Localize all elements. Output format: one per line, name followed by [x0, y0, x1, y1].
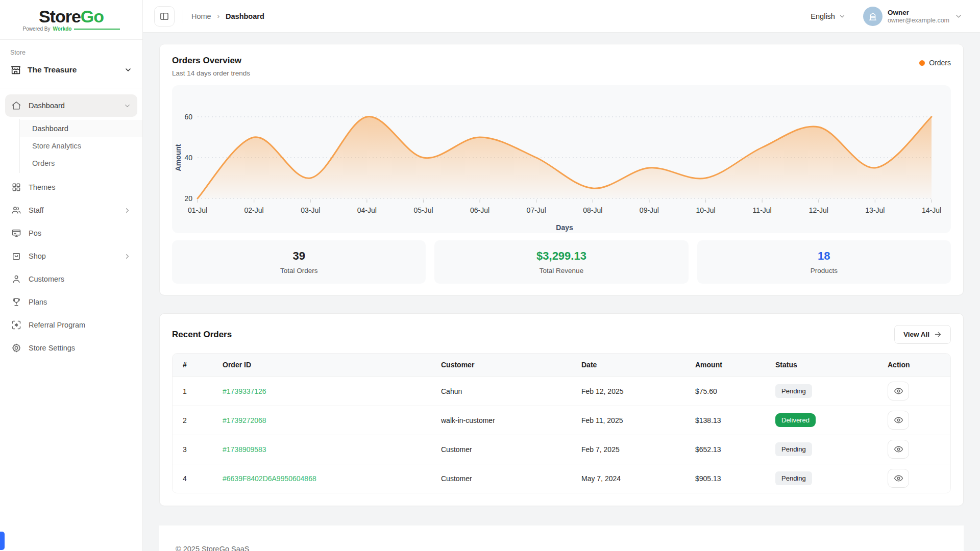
view-order-button[interactable] [888, 440, 909, 459]
stat-total-revenue: $3,299.13Total Revenue [434, 240, 688, 284]
store-selector[interactable]: The Treasure [10, 64, 132, 76]
eye-icon [894, 415, 903, 425]
powered-by-brand: Workdo [53, 26, 71, 32]
table-row: 1#1739337126CahunFeb 12, 2025$75.60Pendi… [173, 377, 950, 406]
copyright-text: © 2025 StoreGo SaaS [176, 545, 250, 551]
recent-orders-title: Recent Orders [172, 330, 232, 340]
brand-name-primary: Store [39, 7, 81, 26]
cell-amount: $905.13 [687, 464, 767, 493]
overview-card-header: Orders Overview Last 14 days order trend… [172, 56, 951, 77]
cell-date: Feb 7, 2025 [573, 435, 687, 464]
stat-total-orders: 39Total Orders [172, 240, 426, 284]
breadcrumb-home-link[interactable]: Home [191, 12, 211, 20]
sidebar-subitem-orders[interactable]: Orders [20, 155, 142, 172]
table-row: 3#1738909583CustomerFeb 7, 2025$652.13Pe… [173, 435, 950, 464]
stat-label: Total Orders [280, 267, 318, 274]
chevron-down-icon [124, 66, 132, 74]
cell-action [879, 377, 950, 406]
sidebar-item-store-settings[interactable]: Store Settings [5, 337, 137, 359]
cell-order-id: #1739337126 [214, 377, 433, 406]
view-order-button[interactable] [888, 469, 909, 488]
theme-customizer-tab[interactable] [0, 532, 5, 550]
user-menu[interactable]: Owner owner@example.com [863, 7, 963, 26]
sidebar-item-label: Customers [29, 275, 131, 283]
sidebar-subitem-store-analytics[interactable]: Store Analytics [20, 137, 142, 155]
column-header-status: Status [767, 354, 879, 377]
chevron-down-icon [124, 102, 131, 110]
sidebar-item-plans[interactable]: Plans [5, 291, 137, 313]
cell-order-id: #1739272068 [214, 406, 433, 435]
powered-by-prefix: Powered By [23, 26, 51, 32]
svg-text:02-Jul: 02-Jul [244, 206, 264, 214]
cell-status: Pending [767, 464, 879, 493]
svg-text:Amount: Amount [174, 144, 182, 171]
table-row: 2#1739272068walk-in-customerFeb 11, 2025… [173, 406, 950, 435]
footer: © 2025 StoreGo SaaS [159, 525, 964, 551]
eye-icon [894, 386, 903, 396]
sidebar-item-label: Pos [29, 229, 131, 237]
view-order-button[interactable] [888, 382, 909, 400]
view-all-button[interactable]: View All [894, 325, 951, 344]
chevron-down-icon [954, 12, 963, 20]
overview-subtitle: Last 14 days order trends [172, 69, 250, 77]
store-section-label: Store [10, 49, 132, 56]
stat-label: Total Revenue [540, 267, 583, 274]
sidebar-item-label: Store Settings [29, 344, 131, 352]
topbar: Home › Dashboard English Owner [143, 0, 980, 33]
status-badge: Pending [775, 442, 812, 456]
sidebar-item-referral-program[interactable]: Referral Program [5, 314, 137, 336]
svg-text:07-Jul: 07-Jul [527, 206, 546, 214]
sidebar-item-shop[interactable]: Shop [5, 245, 137, 267]
sidebar-subitem-dashboard[interactable]: Dashboard [20, 120, 142, 137]
status-badge: Pending [775, 384, 812, 398]
breadcrumb-separator-icon: › [217, 12, 219, 20]
svg-text:05-Jul: 05-Jul [413, 206, 433, 214]
sidebar-item-staff[interactable]: Staff [5, 199, 137, 221]
sidebar-item-customers[interactable]: Customers [5, 268, 137, 290]
status-badge: Delivered [775, 413, 816, 427]
sidebar-item-themes[interactable]: Themes [5, 176, 137, 198]
sidebar-item-label: Shop [29, 252, 116, 260]
order-id-link[interactable]: #1739272068 [223, 416, 266, 424]
sidebar-item-dashboard[interactable]: Dashboard [5, 94, 137, 117]
view-order-button[interactable] [888, 411, 909, 430]
cell-action [879, 464, 950, 493]
svg-text:06-Jul: 06-Jul [470, 206, 489, 214]
cell-order-id: #1738909583 [214, 435, 433, 464]
page-content: Orders Overview Last 14 days order trend… [143, 33, 980, 551]
eye-icon [894, 444, 903, 454]
cell-num: 2 [173, 406, 214, 435]
topbar-right: English Owner owner@example.com [811, 7, 963, 26]
cell-customer: Cahun [433, 377, 573, 406]
recent-orders-card: Recent Orders View All #Orde [159, 313, 964, 506]
sidebar-item-label: Themes [29, 183, 131, 191]
app-root: StoreGo Powered By Workdo Store The Trea… [0, 0, 980, 551]
cell-status: Delivered [767, 406, 879, 435]
sidebar-toggle-button[interactable] [154, 6, 175, 27]
store-section: Store The Treasure [0, 40, 142, 81]
cell-action [879, 435, 950, 464]
cell-amount: $652.13 [687, 435, 767, 464]
cell-amount: $138.13 [687, 406, 767, 435]
sidebar-item-pos[interactable]: Pos [5, 222, 137, 244]
brand-logo[interactable]: StoreGo Powered By Workdo [0, 0, 142, 40]
view-all-label: View All [903, 331, 929, 338]
table-row: 4#6639F8402D6A9950604868CustomerMay 7, 2… [173, 464, 950, 493]
monitor-icon [11, 228, 21, 238]
stat-value: $3,299.13 [536, 249, 586, 263]
sidebar-item-label: Staff [29, 206, 116, 214]
order-id-link[interactable]: #1738909583 [223, 445, 266, 454]
order-id-link[interactable]: #6639F8402D6A9950604868 [223, 474, 316, 483]
chart-legend[interactable]: Orders [919, 56, 951, 67]
order-id-link[interactable]: #1739337126 [223, 387, 266, 395]
sidebar-item-label: Plans [29, 298, 131, 306]
cell-num: 4 [173, 464, 214, 493]
sidebar-divider [0, 88, 142, 88]
breadcrumb-current: Dashboard [226, 12, 264, 20]
svg-text:01-Jul: 01-Jul [188, 206, 207, 214]
legend-dot-icon [919, 60, 925, 66]
svg-text:03-Jul: 03-Jul [301, 206, 320, 214]
chevron-right-icon [124, 253, 131, 260]
sidebar-nav: DashboardDashboardStore AnalyticsOrdersT… [0, 94, 142, 365]
language-dropdown[interactable]: English [811, 12, 846, 20]
